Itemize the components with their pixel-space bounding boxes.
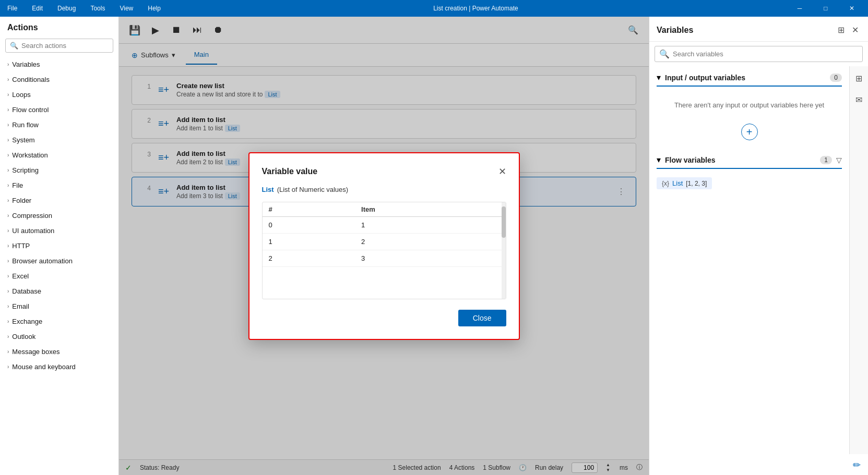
action-item-database[interactable]: ›Database <box>0 284 118 299</box>
window-title: List creation | Power Automate <box>433 5 518 12</box>
search-actions-box[interactable]: 🔍 <box>5 39 113 53</box>
action-item-browser-automation[interactable]: ›Browser automation <box>0 253 118 269</box>
flow-variables-count: 1 <box>820 156 832 164</box>
variables-header: Variables ⊞ ✕ <box>649 17 868 42</box>
variables-main-content: ▾ Input / output variables 0 There aren'… <box>649 66 849 454</box>
search-actions-icon: 🔍 <box>10 42 18 50</box>
flow-vars-filter-icon[interactable]: ▽ <box>836 156 842 164</box>
action-item-exchange[interactable]: ›Exchange <box>0 314 118 329</box>
action-item-file[interactable]: ›File <box>0 178 118 193</box>
minimize-button[interactable]: ─ <box>788 0 812 17</box>
menu-tools[interactable]: Tools <box>87 4 108 13</box>
row-1-value: 2 <box>355 233 505 250</box>
table-row[interactable]: 0 1 <box>263 216 506 233</box>
action-item-email[interactable]: ›Email <box>0 299 118 314</box>
vars-footer: ✏ <box>649 454 868 475</box>
search-variables-box[interactable]: 🔍 <box>655 46 863 62</box>
flow-variables-section-header[interactable]: ▾ Flow variables 1 ▽ <box>657 153 842 167</box>
chevron-icon: › <box>7 303 9 309</box>
chevron-icon: › <box>7 62 9 67</box>
modal-table: # Item 0 1 1 2 <box>263 202 506 267</box>
chevron-icon: › <box>7 77 9 82</box>
modal-scrollbar-thumb <box>502 206 506 238</box>
modal-col-hash: # <box>263 202 355 217</box>
modal-close-x-button[interactable]: ✕ <box>498 166 506 177</box>
var-item-value: [1, 2, 3] <box>686 180 707 187</box>
chevron-icon: › <box>7 228 9 234</box>
modal-table-header-row: # Item <box>263 202 506 217</box>
row-2-value: 3 <box>355 250 505 266</box>
modal-table-head: # Item <box>263 202 506 217</box>
action-item-variables[interactable]: ›Variables <box>0 57 118 72</box>
modal-subtitle: List (List of Numeric values) <box>262 186 506 193</box>
menu-view[interactable]: View <box>116 4 136 13</box>
window-controls: ─ □ ✕ <box>788 0 864 17</box>
variables-close-icon[interactable]: ✕ <box>850 23 861 37</box>
variables-header-icons: ⊞ ✕ <box>836 23 861 37</box>
action-item-ui-automation[interactable]: ›UI automation <box>0 223 118 238</box>
action-item-mouse-keyboard[interactable]: ›Mouse and keyboard <box>0 359 118 374</box>
action-item-scripting[interactable]: ›Scripting <box>0 163 118 178</box>
variables-title: Variables <box>657 26 693 35</box>
maximize-button[interactable]: □ <box>814 0 838 17</box>
add-input-output-button[interactable]: + <box>741 124 758 140</box>
table-row[interactable]: 1 2 <box>263 233 506 250</box>
menu-debug[interactable]: Debug <box>54 4 79 13</box>
flow-variables-section: ▾ Flow variables 1 ▽ {x} List [1, 2, 3] <box>649 149 849 198</box>
chevron-icon: › <box>7 92 9 98</box>
variables-icon-layers[interactable]: ⊞ <box>836 23 847 37</box>
modal-table-body: 0 1 1 2 2 3 <box>263 216 506 266</box>
input-output-section: ▾ Input / output variables 0 There aren'… <box>649 66 849 149</box>
menu-help[interactable]: Help <box>145 4 164 13</box>
action-item-flow-control[interactable]: ›Flow control <box>0 102 118 117</box>
menu-bar: File Edit Debug Tools View Help <box>4 4 164 13</box>
chevron-icon: › <box>7 243 9 249</box>
row-1-index: 1 <box>263 233 355 250</box>
action-item-excel[interactable]: ›Excel <box>0 269 118 284</box>
chevron-icon: › <box>7 288 9 294</box>
action-item-compression[interactable]: ›Compression <box>0 208 118 223</box>
action-item-folder[interactable]: ›Folder <box>0 193 118 208</box>
input-output-divider <box>657 86 842 87</box>
action-item-workstation[interactable]: ›Workstation <box>0 148 118 163</box>
modal-close-button[interactable]: Close <box>458 310 506 326</box>
menu-file[interactable]: File <box>4 4 20 13</box>
list-item[interactable]: {x} List [1, 2, 3] <box>657 177 712 189</box>
input-output-title: Input / output variables <box>665 74 826 82</box>
flow-vars-chevron-icon: ▾ <box>657 155 661 165</box>
vars-side-icon-envelope[interactable]: ✉ <box>852 92 865 108</box>
modal-table-container: # Item 0 1 1 2 <box>262 202 506 299</box>
chevron-icon: › <box>7 364 9 370</box>
row-0-index: 0 <box>263 216 355 233</box>
var-item-label: {x} <box>662 180 669 187</box>
variables-content-area: ▾ Input / output variables 0 There aren'… <box>649 66 868 454</box>
search-actions-input[interactable] <box>21 42 109 50</box>
chevron-icon: › <box>7 122 9 128</box>
action-item-conditionals[interactable]: ›Conditionals <box>0 72 118 87</box>
action-item-http[interactable]: ›HTTP <box>0 238 118 253</box>
variable-value-modal: Variable value ✕ List (List of Numeric v… <box>248 152 520 340</box>
actions-panel: Actions 🔍 ›Variables ›Conditionals ›Loop… <box>0 17 119 475</box>
table-row[interactable]: 2 3 <box>263 250 506 266</box>
action-item-outlook[interactable]: ›Outlook <box>0 329 118 344</box>
action-item-run-flow[interactable]: ›Run flow <box>0 117 118 132</box>
modal-scrollbar[interactable] <box>502 202 506 299</box>
action-item-loops[interactable]: ›Loops <box>0 87 118 102</box>
input-output-count: 0 <box>830 74 842 82</box>
close-button[interactable]: ✕ <box>840 0 864 17</box>
chevron-icon: › <box>7 107 9 113</box>
input-output-section-header[interactable]: ▾ Input / output variables 0 <box>657 70 842 84</box>
search-variables-icon: 🔍 <box>659 49 670 59</box>
flow-vars-items: {x} List [1, 2, 3] <box>657 173 842 193</box>
search-variables-input[interactable] <box>673 50 858 58</box>
vars-side-icon-image[interactable]: ⊞ <box>852 70 865 87</box>
modal-title: Variable value <box>262 167 318 176</box>
input-output-chevron-icon: ▾ <box>657 72 661 82</box>
action-item-system[interactable]: ›System <box>0 132 118 148</box>
modal-header: Variable value ✕ <box>262 166 506 177</box>
action-item-message-boxes[interactable]: ›Message boxes <box>0 344 118 359</box>
canvas-area: 💾 ▶ ⏹ ⏭ ⏺ 🔍 ⊕ Subflows ▾ Main 1 ≡+ Creat… <box>119 17 649 475</box>
variables-side-icons: ⊞ ✉ <box>849 66 868 454</box>
eraser-icon[interactable]: ✏ <box>853 459 861 471</box>
menu-edit[interactable]: Edit <box>29 4 46 13</box>
